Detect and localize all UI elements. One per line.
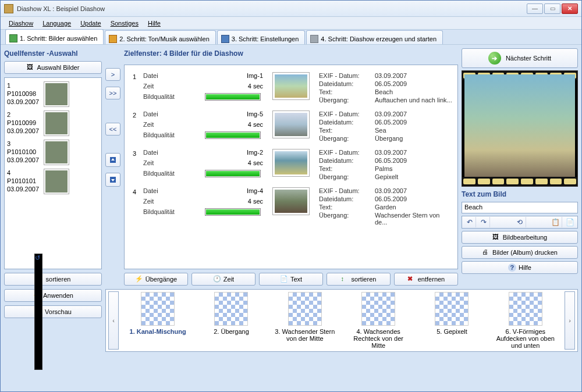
move-buttons: > >> << (105, 48, 120, 286)
source-sort-button[interactable]: sortieren (4, 273, 102, 286)
step-tabs: 1. Schritt: Bilder auswählen 2. Schritt:… (1, 30, 581, 45)
lightning-icon (135, 275, 143, 283)
text-icon (280, 275, 288, 283)
image-edit-button[interactable]: Bildbearbeitung (462, 231, 578, 244)
source-item[interactable]: 2P101009903.09.2007 (7, 109, 99, 137)
help-button[interactable]: Hilfe (462, 261, 578, 274)
source-thumbnail (44, 169, 69, 194)
target-item[interactable]: 1 DateiZeitBildqualität Img-14 sec EXIF … (125, 69, 457, 107)
gallery-item[interactable]: 6. V-Förmiges Aufdecken von oben und unt… (494, 292, 558, 349)
image-text-input[interactable]: Beach (462, 202, 578, 213)
source-panel: Quellfenster -Auswahl Auswahl Bilder 1P1… (4, 48, 102, 286)
tab-step-1[interactable]: 1. Schritt: Bilder auswählen (5, 29, 104, 44)
source-list[interactable]: 1P101009803.09.20072P101009903.09.20073P… (4, 77, 102, 269)
main-window: Diashow XL : Beispiel Diashow — ▭ ✕ Dias… (0, 0, 582, 392)
down-icon (109, 176, 117, 184)
quality-bar (205, 208, 261, 216)
move-right-all-button[interactable]: >> (105, 87, 120, 99)
window-title: Diashow XL : Beispiel Diashow (17, 5, 527, 12)
move-left-all-button[interactable]: << (105, 123, 120, 136)
source-item[interactable]: 3P101010003.09.2007 (7, 138, 99, 166)
target-list[interactable]: 1 DateiZeitBildqualität Img-14 sec EXIF … (124, 65, 458, 269)
paste-icon[interactable]: 📄 (563, 217, 576, 227)
music-icon (109, 35, 117, 43)
settings-icon (221, 35, 229, 43)
target-panel: Zielfenster: 4 Bilder für die Diashow 1 … (124, 48, 458, 286)
gallery-item[interactable]: 1. Kanal-Mischung (126, 292, 190, 349)
source-thumbnail (44, 140, 69, 165)
transition-thumbnail (214, 292, 248, 326)
tab-step-3[interactable]: 3. Schritt: Einstellungen (217, 30, 306, 44)
gallery-scroll-left[interactable]: ‹ (108, 291, 119, 350)
gallery-item[interactable]: 4. Wachsendes Rechteck von der Mitte (346, 292, 410, 349)
target-thumbnail (272, 149, 310, 177)
folder-icon (27, 63, 35, 72)
tab-step-2[interactable]: 2. Schritt: Ton/Musik auswählen (105, 30, 215, 44)
target-thumbnail (272, 187, 310, 215)
copy-icon[interactable]: 📋 (549, 217, 562, 227)
apply-button[interactable]: Anwenden (4, 289, 102, 302)
move-up-button[interactable] (105, 153, 120, 167)
target-item[interactable]: 4 DateiZeitBildqualität Img-44 sec EXIF … (125, 184, 457, 229)
transition-thumbnail (435, 292, 469, 326)
menu-language[interactable]: Language (39, 19, 74, 28)
text-button[interactable]: Text (259, 273, 323, 286)
transition-thumbnail (361, 292, 395, 326)
close-button[interactable]: ✕ (562, 3, 578, 14)
source-item[interactable]: 4P101010103.09.2007 (7, 168, 99, 195)
minimize-button[interactable]: — (527, 3, 543, 14)
image-preview (462, 70, 578, 187)
edit-icon (492, 233, 501, 241)
transition-thumbnail (141, 292, 175, 326)
quality-bar (205, 170, 261, 177)
gallery-item[interactable]: 2. Übergang (199, 292, 263, 349)
target-thumbnail (272, 111, 310, 138)
arrow-right-icon: ➔ (488, 52, 501, 65)
gallery-scroll-right[interactable]: › (565, 291, 575, 350)
flip-icon[interactable]: ⟲ (513, 217, 526, 227)
quality-bar (205, 93, 261, 101)
transitions-gallery: ‹ 1. Kanal-Mischung2. Übergang3. Wachsen… (105, 289, 578, 352)
rotate-right-icon[interactable]: ↷ (477, 217, 490, 227)
transition-thumbnail (509, 292, 542, 326)
select-images-button[interactable]: Auswahl Bilder (4, 61, 102, 74)
target-thumbnail (272, 72, 310, 100)
source-thumbnail (44, 111, 69, 136)
preview-panel: ➔ Nächster Schritt Text zum Bild Beach ↶… (462, 48, 578, 286)
remove-button[interactable]: entfernen (394, 273, 458, 286)
target-sort-button[interactable]: sortieren (327, 273, 391, 286)
gallery-item[interactable]: 5. Gepixelt (420, 292, 484, 349)
remove-icon (407, 275, 416, 283)
menu-hilfe[interactable]: Hilfe (144, 19, 164, 28)
print-album-button[interactable]: Bilder (Album) drucken (462, 246, 578, 259)
preview-button[interactable]: Vorschau (4, 305, 102, 318)
sort-icon (341, 275, 349, 283)
quality-bar (205, 131, 261, 139)
print-icon (482, 248, 490, 256)
rotate-left-icon[interactable]: ↶ (463, 217, 476, 227)
preview-icon (34, 254, 42, 370)
menu-diashow[interactable]: Diashow (5, 19, 37, 28)
transitions-button[interactable]: Übergänge (124, 273, 188, 286)
target-item[interactable]: 3 DateiZeitBildqualität Img-24 sec EXIF … (125, 145, 457, 184)
source-heading: Quellfenster -Auswahl (4, 48, 102, 61)
source-thumbnail (44, 81, 69, 107)
text-to-image-heading: Text zum Bild (462, 189, 578, 199)
film-strip-bottom (462, 177, 577, 186)
next-step-button[interactable]: ➔ Nächster Schritt (462, 48, 578, 68)
titlebar: Diashow XL : Beispiel Diashow — ▭ ✕ (1, 1, 581, 17)
target-item[interactable]: 2 DateiZeitBildqualität Img-54 sec EXIF … (125, 107, 457, 145)
source-item[interactable]: 1P101009803.09.2007 (7, 80, 99, 108)
preview-image (464, 74, 575, 183)
menu-update[interactable]: Update (77, 19, 104, 28)
gallery-item[interactable]: 3. Wachsender Stern von der Mitte (273, 292, 337, 349)
up-icon (109, 156, 117, 164)
move-down-button[interactable] (105, 173, 120, 187)
target-heading: Zielfenster: 4 Bilder für die Diashow (124, 48, 458, 61)
menu-sonstiges[interactable]: Sonstiges (107, 19, 142, 28)
image-tools-toolbar: ↶ ↷ ⟲ 📋 📄 (462, 216, 578, 229)
tab-step-4[interactable]: 4. Schritt: Diashow erzeugen und starten (306, 30, 443, 44)
move-right-button[interactable]: > (105, 68, 120, 81)
time-button[interactable]: 🕐Zeit (191, 273, 255, 286)
maximize-button[interactable]: ▭ (544, 3, 560, 14)
